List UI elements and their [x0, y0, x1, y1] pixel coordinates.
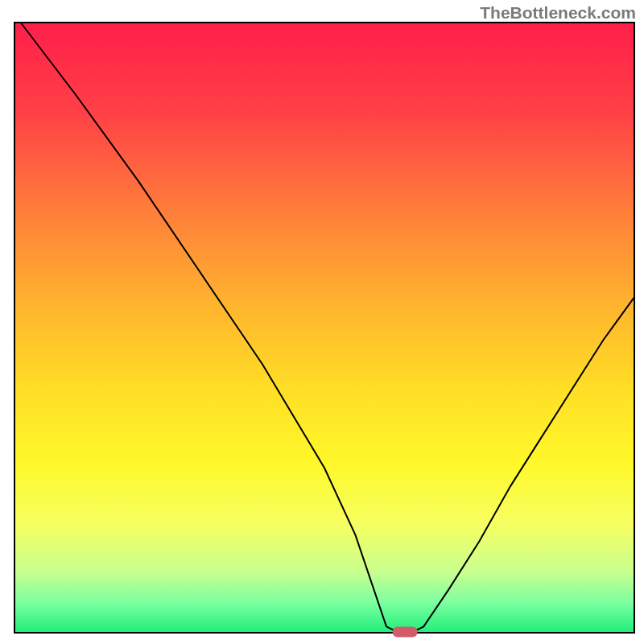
bottleneck-chart	[0, 0, 644, 644]
watermark-text: TheBottleneck.com	[480, 3, 636, 23]
gradient-background	[14, 23, 634, 633]
chart-container: TheBottleneck.com	[0, 0, 644, 644]
optimal-marker	[393, 627, 418, 638]
